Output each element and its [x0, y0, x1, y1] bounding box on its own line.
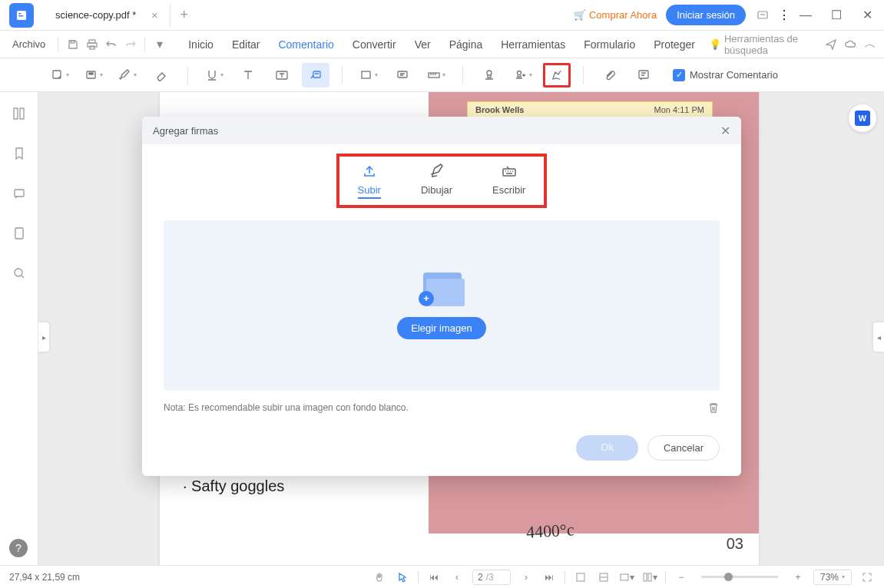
word-export-badge[interactable]: W	[849, 104, 876, 132]
login-button[interactable]: Iniciar sesión	[666, 5, 746, 25]
document-tab[interactable]: science-copy.pdf * ×	[43, 3, 171, 28]
minimize-icon[interactable]: —	[795, 5, 816, 26]
comment-tool[interactable]	[389, 63, 416, 88]
next-page-icon[interactable]: ›	[518, 570, 534, 585]
stamp-tool[interactable]	[475, 63, 503, 88]
tab-type[interactable]: Escribir	[483, 160, 535, 202]
upload-dropzone[interactable]: + Elegir imagen	[164, 220, 720, 391]
attachment-tool[interactable]	[596, 63, 624, 88]
menu-pagina[interactable]: Página	[442, 35, 491, 54]
svg-rect-10	[89, 73, 93, 74]
comments-panel-icon[interactable]	[10, 184, 28, 203]
redo-icon[interactable]	[122, 34, 138, 55]
fit-width-icon[interactable]	[596, 570, 611, 585]
svg-rect-24	[503, 169, 515, 176]
cart-icon: 🛒	[574, 9, 586, 21]
word-icon: W	[855, 111, 870, 126]
zoom-slider[interactable]	[701, 576, 778, 578]
text-tool[interactable]	[234, 63, 262, 88]
cloud-icon[interactable]	[843, 34, 859, 55]
signature-tool[interactable]	[543, 63, 571, 88]
left-collapse-handle[interactable]: ▸	[38, 322, 49, 352]
undo-icon[interactable]	[103, 34, 119, 55]
textbox-tool[interactable]	[268, 63, 296, 88]
status-bar: 27,94 x 21,59 cm ⏮ ‹ 2 /3 › ⏭ ▾ ▾ − + 73…	[0, 565, 884, 588]
svg-rect-7	[90, 46, 94, 49]
attachments-panel-icon[interactable]	[10, 224, 28, 243]
print-icon[interactable]	[84, 34, 100, 55]
keyboard-icon	[501, 163, 518, 180]
chevron-up-icon[interactable]: ︿	[862, 34, 878, 55]
hand-tool-icon[interactable]	[372, 570, 387, 585]
page-input[interactable]: 2 /3	[472, 570, 511, 585]
svg-point-23	[15, 269, 22, 276]
thumbnails-icon[interactable]	[10, 104, 28, 123]
fit-page-icon[interactable]	[573, 570, 588, 585]
zoom-in-icon[interactable]: +	[790, 570, 806, 585]
help-button[interactable]: ?	[9, 539, 28, 557]
show-comment-toggle[interactable]: ✓ Mostrar Comentario	[673, 69, 778, 81]
send-icon[interactable]	[823, 34, 839, 55]
view-mode-icon[interactable]: ▾	[619, 570, 634, 585]
dialog-note-row: Nota: Es recomendable subir una imagen c…	[164, 401, 720, 414]
layout-mode-icon[interactable]: ▾	[642, 570, 657, 585]
select-tool-icon[interactable]	[395, 570, 410, 585]
tab-upload[interactable]: Subir	[349, 160, 390, 202]
pencil-tool[interactable]	[114, 63, 141, 88]
measure-tool[interactable]	[422, 63, 450, 88]
app-logo	[9, 3, 34, 28]
more-icon[interactable]: ⋮	[773, 5, 795, 26]
messages-icon[interactable]	[752, 5, 773, 26]
close-window-icon[interactable]: ✕	[856, 5, 878, 26]
choose-image-button[interactable]: Elegir imagen	[397, 317, 486, 339]
cancel-button[interactable]: Cancelar	[647, 435, 720, 461]
svg-rect-20	[20, 108, 24, 119]
menu-proteger[interactable]: Proteger	[646, 35, 703, 54]
svg-rect-27	[621, 574, 628, 580]
last-page-icon[interactable]: ⏭	[541, 570, 557, 585]
dialog-close-icon[interactable]: ✕	[720, 124, 730, 138]
sticky-note[interactable]: Brook Wells Mon 4:11 PM	[467, 101, 713, 118]
shape-tool[interactable]	[355, 63, 382, 88]
svg-rect-29	[648, 573, 651, 581]
title-bar: science-copy.pdf * × + 🛒 Comprar Ahora I…	[0, 0, 884, 31]
tab-draw[interactable]: Dibujar	[412, 160, 462, 202]
stamp2-tool[interactable]	[509, 63, 537, 88]
folder-icon: +	[419, 273, 465, 306]
page-dimensions: 27,94 x 21,59 cm	[9, 572, 80, 583]
close-tab-icon[interactable]: ×	[151, 9, 157, 21]
dropdown-icon[interactable]: ▾	[151, 34, 167, 55]
dialog-note-text: Nota: Es recomendable subir una imagen c…	[164, 402, 409, 413]
eraser-tool[interactable]	[147, 63, 175, 88]
fullscreen-icon[interactable]	[859, 570, 875, 585]
buy-now-link[interactable]: 🛒 Comprar Ahora	[574, 9, 657, 21]
underline-tool[interactable]	[200, 63, 228, 88]
file-menu[interactable]: Archivo	[6, 35, 51, 53]
menu-editar[interactable]: Editar	[224, 35, 268, 54]
callout-tool[interactable]	[302, 63, 329, 88]
note-tool[interactable]	[46, 63, 74, 88]
prev-page-icon[interactable]: ‹	[449, 570, 465, 585]
search-tools[interactable]: 💡 Herramientas de búsqueda	[709, 33, 811, 56]
save-icon[interactable]	[65, 34, 81, 55]
dialog-tabs: Subir Dibujar Escribir	[336, 154, 548, 208]
maximize-icon[interactable]: ☐	[826, 5, 847, 26]
menu-ver[interactable]: Ver	[407, 35, 439, 54]
zoom-out-icon[interactable]: −	[674, 570, 689, 585]
add-signature-dialog: Agregar firmas ✕ Subir Dibujar Escribir …	[142, 117, 741, 476]
menu-inicio[interactable]: Inicio	[180, 35, 221, 54]
bookmarks-icon[interactable]	[10, 144, 28, 163]
highlight-tool[interactable]	[80, 63, 108, 88]
new-tab-button[interactable]: +	[171, 7, 197, 23]
search-panel-icon[interactable]	[10, 264, 28, 282]
menu-formulario[interactable]: Formulario	[576, 35, 643, 54]
checkbox-icon: ✓	[673, 69, 685, 81]
comment-panel-tool[interactable]	[630, 63, 657, 88]
menu-comentario[interactable]: Comentario	[270, 35, 341, 54]
first-page-icon[interactable]: ⏮	[426, 570, 442, 585]
right-collapse-handle[interactable]: ◂	[873, 322, 884, 352]
menu-herramientas[interactable]: Herramientas	[493, 35, 573, 54]
zoom-level[interactable]: 73%▾	[813, 570, 852, 585]
menu-convertir[interactable]: Convertir	[345, 35, 404, 54]
trash-icon[interactable]	[707, 401, 720, 414]
